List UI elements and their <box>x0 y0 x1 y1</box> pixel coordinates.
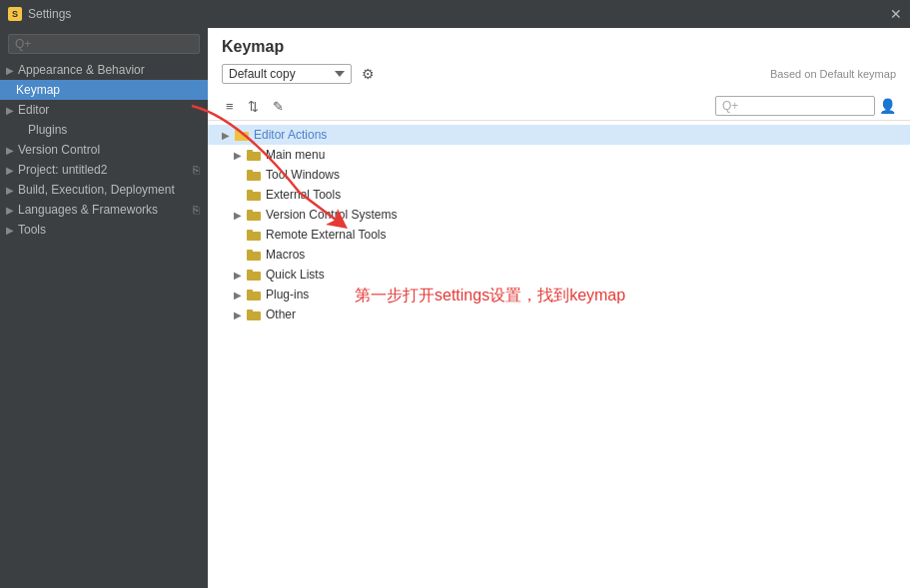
sidebar-item-editor[interactable]: ▶ Editor <box>0 100 208 120</box>
folder-icon <box>246 189 262 202</box>
sidebar-item-label: Keymap <box>16 83 200 97</box>
sidebar-item-label: Appearance & Behavior <box>18 63 200 77</box>
sidebar-item-version-control[interactable]: ▶ Version Control <box>0 140 208 160</box>
tree-item-plug-ins[interactable]: ▶ Plug-ins <box>208 285 910 304</box>
chevron-right-icon: ▶ <box>234 309 246 320</box>
sidebar-item-plugins[interactable]: Plugins <box>0 120 208 140</box>
sidebar-item-label: Build, Execution, Deployment <box>18 183 200 197</box>
sidebar-item-tools[interactable]: ▶ Tools <box>0 220 208 240</box>
svg-rect-16 <box>247 292 261 300</box>
content-header: Keymap Default copy Default Eclipse Emac… <box>208 28 910 90</box>
chevron-right-icon: ▶ <box>6 205 14 216</box>
tree-item-remote-external-tools[interactable]: ▶ Remote External Tools <box>208 225 910 245</box>
svg-rect-12 <box>247 252 261 261</box>
tree-item-external-tools[interactable]: ▶ External Tools <box>208 185 910 205</box>
svg-rect-11 <box>247 230 253 233</box>
tree-item-editor-actions[interactable]: ▶ Editor Actions <box>208 125 910 145</box>
tree-item-label: Version Control Systems <box>266 208 397 222</box>
folder-icon <box>246 149 262 162</box>
tree-item-main-menu[interactable]: ▶ Main menu <box>208 145 910 165</box>
svg-rect-18 <box>247 311 261 320</box>
tree-item-tool-windows[interactable]: ▶ Tool Windows <box>208 165 910 185</box>
chevron-right-icon: ▶ <box>6 145 14 156</box>
sidebar-item-label: Project: untitled2 <box>18 163 193 177</box>
person-icon: 👤 <box>879 98 896 114</box>
chevron-right-icon: ▶ <box>6 185 14 196</box>
sidebar-search-wrap <box>0 28 208 60</box>
content-panel: Keymap Default copy Default Eclipse Emac… <box>208 28 910 588</box>
svg-rect-14 <box>247 272 261 281</box>
chevron-right-icon: ▶ <box>6 165 14 176</box>
svg-rect-0 <box>235 132 249 141</box>
tree-item-label: Other <box>266 307 296 321</box>
window-title: Settings <box>28 7 71 21</box>
sidebar-item-label: Version Control <box>18 143 200 157</box>
svg-rect-1 <box>235 130 241 133</box>
sidebar-item-label: Editor <box>18 103 200 117</box>
svg-rect-2 <box>247 152 261 161</box>
folder-icon <box>246 169 262 182</box>
sidebar-item-label: Tools <box>18 223 200 237</box>
folder-icon <box>246 249 262 262</box>
sidebar-item-appearance[interactable]: ▶ Appearance & Behavior <box>0 60 208 80</box>
based-on-label: Based on Default keymap <box>770 68 896 80</box>
sidebar-item-keymap[interactable]: Keymap <box>0 80 208 100</box>
sort-button[interactable]: ⇅ <box>244 97 263 116</box>
sidebar-item-build[interactable]: ▶ Build, Execution, Deployment <box>0 180 208 200</box>
action-toolbar: ≡ ⇅ ✎ 👤 <box>208 90 910 121</box>
sidebar-item-label: Plugins <box>28 123 200 137</box>
svg-rect-7 <box>247 190 253 193</box>
chevron-right-icon: ▶ <box>234 210 246 221</box>
chevron-right-icon: ▶ <box>6 225 14 236</box>
chevron-right-icon: ▶ <box>6 105 14 116</box>
svg-rect-4 <box>247 172 261 181</box>
svg-rect-19 <box>247 309 253 312</box>
copy-icon: ⎘ <box>193 204 200 216</box>
tree-item-label: Tool Windows <box>266 168 340 182</box>
keymap-tree: ▶ Editor Actions ▶ Mai <box>208 121 910 588</box>
keymap-select[interactable]: Default copy Default Eclipse Emacs NetBe… <box>222 64 352 84</box>
tree-item-macros[interactable]: ▶ Macros <box>208 245 910 265</box>
folder-icon <box>246 308 262 321</box>
app-icon: S <box>8 7 22 21</box>
svg-rect-8 <box>247 212 261 221</box>
tree-item-label: Remote External Tools <box>266 228 387 242</box>
tree-item-quick-lists[interactable]: ▶ Quick Lists <box>208 265 910 285</box>
sidebar-nav: ▶ Appearance & Behavior Keymap ▶ Editor … <box>0 60 208 588</box>
add-shortcut-button[interactable]: ≡ <box>222 97 238 116</box>
folder-icon <box>234 129 250 142</box>
tree-item-other[interactable]: ▶ Other <box>208 304 910 324</box>
sidebar-search-input[interactable] <box>8 34 200 54</box>
svg-rect-5 <box>247 170 253 173</box>
keymap-search-input[interactable] <box>715 96 875 116</box>
tree-item-label: Main menu <box>266 148 325 162</box>
chevron-right-icon: ▶ <box>222 130 234 141</box>
chevron-right-icon: ▶ <box>234 150 246 161</box>
keymap-gear-button[interactable]: ⚙ <box>358 64 379 84</box>
page-title: Keymap <box>222 38 896 56</box>
sidebar-item-project[interactable]: ▶ Project: untitled2 ⎘ <box>0 160 208 180</box>
tree-item-version-control-systems[interactable]: ▶ Version Control Systems <box>208 205 910 225</box>
svg-rect-13 <box>247 250 253 253</box>
tree-item-label: Plug-ins <box>266 288 309 301</box>
edit-button[interactable]: ✎ <box>269 97 288 116</box>
tree-item-label: External Tools <box>266 188 341 202</box>
tree-item-label: Editor Actions <box>254 128 327 142</box>
svg-rect-6 <box>247 192 261 201</box>
action-search-wrap: 👤 <box>715 96 896 116</box>
title-bar: S Settings ✕ <box>0 0 910 28</box>
close-button[interactable]: ✕ <box>890 6 902 22</box>
svg-rect-9 <box>247 210 253 213</box>
svg-rect-15 <box>247 270 253 273</box>
folder-icon <box>246 209 262 222</box>
tree-item-label: Quick Lists <box>266 268 325 282</box>
sidebar-item-languages[interactable]: ▶ Languages & Frameworks ⎘ <box>0 200 208 220</box>
svg-rect-3 <box>247 150 253 153</box>
folder-icon <box>246 229 262 242</box>
tree-item-label: Macros <box>266 248 305 262</box>
svg-rect-17 <box>247 290 253 293</box>
keymap-select-wrap: Default copy Default Eclipse Emacs NetBe… <box>222 64 379 84</box>
sidebar-item-label: Languages & Frameworks <box>18 203 193 217</box>
folder-icon <box>246 289 262 301</box>
chevron-right-icon: ▶ <box>234 270 246 281</box>
